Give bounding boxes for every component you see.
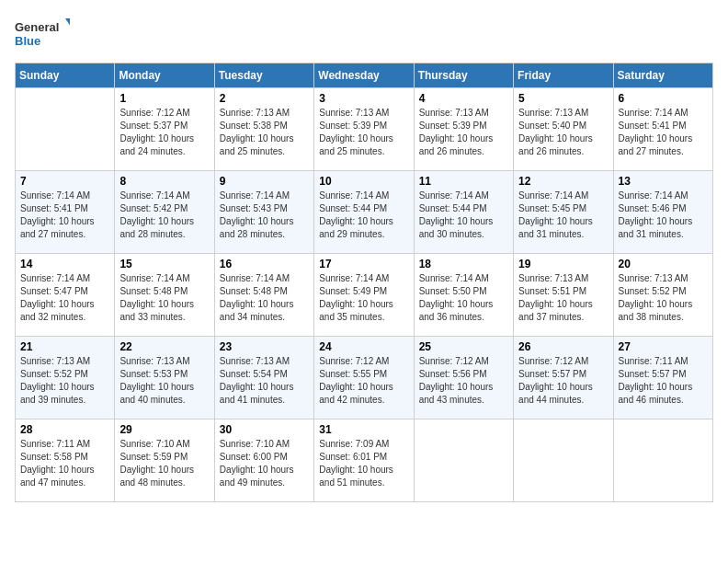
day-info: Sunrise: 7:13 AMSunset: 5:52 PMDaylight:… (20, 355, 109, 407)
logo-svg: General Blue (15, 15, 70, 52)
day-info: Sunrise: 7:13 AMSunset: 5:38 PMDaylight:… (220, 107, 309, 158)
calendar-cell: 24Sunrise: 7:12 AMSunset: 5:55 PMDayligh… (314, 337, 414, 419)
day-info: Sunrise: 7:14 AMSunset: 5:41 PMDaylight:… (20, 190, 109, 241)
calendar-cell: 5Sunrise: 7:13 AMSunset: 5:40 PMDaylight… (514, 88, 613, 171)
day-info: Sunrise: 7:14 AMSunset: 5:45 PMDaylight:… (518, 190, 608, 241)
calendar-body: 1Sunrise: 7:12 AMSunset: 5:37 PMDaylight… (16, 88, 713, 502)
day-info: Sunrise: 7:14 AMSunset: 5:42 PMDaylight:… (119, 190, 209, 241)
day-number: 5 (518, 92, 608, 105)
day-info: Sunrise: 7:10 AMSunset: 5:59 PMDaylight:… (119, 438, 209, 489)
day-number: 19 (518, 258, 608, 270)
day-info: Sunrise: 7:14 AMSunset: 5:43 PMDaylight:… (220, 190, 309, 241)
day-number: 17 (319, 258, 408, 270)
week-row-5: 28Sunrise: 7:11 AMSunset: 5:58 PMDayligh… (16, 419, 713, 502)
day-number: 12 (518, 175, 608, 188)
calendar-cell: 10Sunrise: 7:14 AMSunset: 5:44 PMDayligh… (314, 171, 414, 254)
day-number: 14 (20, 258, 109, 270)
calendar-cell: 11Sunrise: 7:14 AMSunset: 5:44 PMDayligh… (414, 171, 513, 254)
header-day-saturday: Saturday (613, 63, 712, 88)
calendar-cell: 27Sunrise: 7:11 AMSunset: 5:57 PMDayligh… (613, 337, 712, 419)
day-number: 6 (619, 92, 708, 105)
day-number: 22 (119, 340, 209, 353)
day-number: 7 (20, 175, 109, 188)
day-info: Sunrise: 7:14 AMSunset: 5:47 PMDaylight:… (20, 272, 109, 324)
calendar-cell: 9Sunrise: 7:14 AMSunset: 5:43 PMDaylight… (214, 171, 313, 254)
svg-text:Blue: Blue (15, 34, 40, 48)
day-info: Sunrise: 7:13 AMSunset: 5:52 PMDaylight:… (619, 272, 708, 324)
day-info: Sunrise: 7:14 AMSunset: 5:49 PMDaylight:… (319, 272, 408, 324)
svg-marker-2 (65, 18, 70, 29)
day-info: Sunrise: 7:12 AMSunset: 5:56 PMDaylight:… (419, 355, 508, 407)
calendar-cell: 14Sunrise: 7:14 AMSunset: 5:47 PMDayligh… (16, 254, 115, 337)
calendar-cell: 15Sunrise: 7:14 AMSunset: 5:48 PMDayligh… (115, 254, 214, 337)
calendar-cell: 19Sunrise: 7:13 AMSunset: 5:51 PMDayligh… (514, 254, 613, 337)
header-day-sunday: Sunday (16, 63, 115, 88)
day-info: Sunrise: 7:13 AMSunset: 5:54 PMDaylight:… (220, 355, 309, 407)
day-info: Sunrise: 7:14 AMSunset: 5:48 PMDaylight:… (220, 272, 309, 324)
calendar-cell: 30Sunrise: 7:10 AMSunset: 6:00 PMDayligh… (214, 419, 313, 502)
day-number: 18 (419, 258, 508, 270)
day-number: 21 (20, 340, 109, 353)
day-number: 24 (319, 340, 408, 353)
week-row-2: 7Sunrise: 7:14 AMSunset: 5:41 PMDaylight… (16, 171, 713, 254)
calendar-cell (16, 88, 115, 171)
day-info: Sunrise: 7:13 AMSunset: 5:39 PMDaylight:… (319, 107, 408, 158)
calendar-cell: 7Sunrise: 7:14 AMSunset: 5:41 PMDaylight… (16, 171, 115, 254)
calendar-cell: 2Sunrise: 7:13 AMSunset: 5:38 PMDaylight… (214, 88, 313, 171)
day-number: 2 (220, 92, 309, 105)
calendar-cell: 31Sunrise: 7:09 AMSunset: 6:01 PMDayligh… (314, 419, 414, 502)
calendar-cell (414, 419, 513, 502)
day-number: 26 (518, 340, 608, 353)
day-info: Sunrise: 7:13 AMSunset: 5:39 PMDaylight:… (419, 107, 508, 158)
day-info: Sunrise: 7:13 AMSunset: 5:53 PMDaylight:… (119, 355, 209, 407)
header-day-monday: Monday (115, 63, 214, 88)
calendar-cell: 8Sunrise: 7:14 AMSunset: 5:42 PMDaylight… (115, 171, 214, 254)
calendar-cell: 1Sunrise: 7:12 AMSunset: 5:37 PMDaylight… (115, 88, 214, 171)
day-number: 10 (319, 175, 408, 188)
calendar-cell: 17Sunrise: 7:14 AMSunset: 5:49 PMDayligh… (314, 254, 414, 337)
day-number: 9 (220, 175, 309, 188)
calendar-cell: 25Sunrise: 7:12 AMSunset: 5:56 PMDayligh… (414, 337, 513, 419)
day-number: 23 (220, 340, 309, 353)
day-number: 3 (319, 92, 408, 105)
calendar-table: SundayMondayTuesdayWednesdayThursdayFrid… (15, 63, 713, 502)
page-header: General Blue (15, 15, 713, 52)
header-day-wednesday: Wednesday (314, 63, 414, 88)
day-info: Sunrise: 7:09 AMSunset: 6:01 PMDaylight:… (319, 438, 408, 489)
day-info: Sunrise: 7:14 AMSunset: 5:41 PMDaylight:… (619, 107, 708, 158)
header-day-tuesday: Tuesday (214, 63, 313, 88)
day-number: 28 (20, 423, 109, 436)
day-info: Sunrise: 7:14 AMSunset: 5:50 PMDaylight:… (419, 272, 508, 324)
week-row-4: 21Sunrise: 7:13 AMSunset: 5:52 PMDayligh… (16, 337, 713, 419)
day-info: Sunrise: 7:14 AMSunset: 5:44 PMDaylight:… (419, 190, 508, 241)
day-info: Sunrise: 7:14 AMSunset: 5:44 PMDaylight:… (319, 190, 408, 241)
day-number: 27 (619, 340, 708, 353)
header-day-friday: Friday (514, 63, 613, 88)
calendar-cell: 18Sunrise: 7:14 AMSunset: 5:50 PMDayligh… (414, 254, 513, 337)
calendar-cell (613, 419, 712, 502)
day-number: 8 (119, 175, 209, 188)
day-number: 30 (220, 423, 309, 436)
day-number: 25 (419, 340, 508, 353)
day-number: 31 (319, 423, 408, 436)
day-info: Sunrise: 7:10 AMSunset: 6:00 PMDaylight:… (220, 438, 309, 489)
header-day-thursday: Thursday (414, 63, 513, 88)
svg-text:General: General (15, 20, 59, 34)
day-number: 1 (119, 92, 209, 105)
calendar-cell: 12Sunrise: 7:14 AMSunset: 5:45 PMDayligh… (514, 171, 613, 254)
day-info: Sunrise: 7:13 AMSunset: 5:40 PMDaylight:… (518, 107, 608, 158)
day-info: Sunrise: 7:12 AMSunset: 5:57 PMDaylight:… (518, 355, 608, 407)
day-number: 4 (419, 92, 508, 105)
calendar-cell: 16Sunrise: 7:14 AMSunset: 5:48 PMDayligh… (214, 254, 313, 337)
day-info: Sunrise: 7:14 AMSunset: 5:46 PMDaylight:… (619, 190, 708, 241)
day-info: Sunrise: 7:11 AMSunset: 5:58 PMDaylight:… (20, 438, 109, 489)
calendar-cell: 13Sunrise: 7:14 AMSunset: 5:46 PMDayligh… (613, 171, 712, 254)
day-info: Sunrise: 7:14 AMSunset: 5:48 PMDaylight:… (119, 272, 209, 324)
calendar-cell: 3Sunrise: 7:13 AMSunset: 5:39 PMDaylight… (314, 88, 414, 171)
calendar-cell: 21Sunrise: 7:13 AMSunset: 5:52 PMDayligh… (16, 337, 115, 419)
day-info: Sunrise: 7:12 AMSunset: 5:55 PMDaylight:… (319, 355, 408, 407)
header-row: SundayMondayTuesdayWednesdayThursdayFrid… (16, 63, 713, 88)
calendar-cell: 22Sunrise: 7:13 AMSunset: 5:53 PMDayligh… (115, 337, 214, 419)
day-number: 13 (619, 175, 708, 188)
calendar-cell: 20Sunrise: 7:13 AMSunset: 5:52 PMDayligh… (613, 254, 712, 337)
